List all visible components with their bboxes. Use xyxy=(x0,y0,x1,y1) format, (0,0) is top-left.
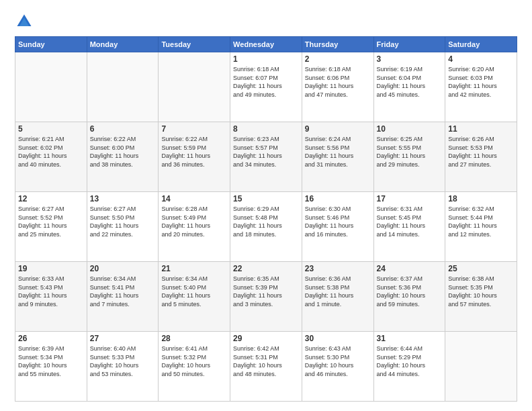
day-info: Sunrise: 6:18 AM Sunset: 6:07 PM Dayligh… xyxy=(233,65,299,99)
calendar-cell: 27Sunrise: 6:40 AM Sunset: 5:33 PM Dayli… xyxy=(87,332,159,402)
day-info: Sunrise: 6:18 AM Sunset: 6:06 PM Dayligh… xyxy=(305,65,371,99)
calendar-cell: 5Sunrise: 6:21 AM Sunset: 6:02 PM Daylig… xyxy=(15,122,87,192)
day-info: Sunrise: 6:25 AM Sunset: 5:55 PM Dayligh… xyxy=(377,135,443,169)
day-number: 2 xyxy=(305,54,371,64)
calendar-cell: 13Sunrise: 6:27 AM Sunset: 5:50 PM Dayli… xyxy=(87,192,159,262)
day-number: 13 xyxy=(90,194,156,203)
calendar-cell: 30Sunrise: 6:43 AM Sunset: 5:30 PM Dayli… xyxy=(302,332,373,402)
day-number: 25 xyxy=(448,264,514,273)
day-info: Sunrise: 6:32 AM Sunset: 5:44 PM Dayligh… xyxy=(448,205,514,238)
day-number: 23 xyxy=(305,264,371,273)
day-number: 14 xyxy=(161,194,227,203)
calendar-cell: 19Sunrise: 6:33 AM Sunset: 5:43 PM Dayli… xyxy=(15,262,87,332)
day-info: Sunrise: 6:42 AM Sunset: 5:31 PM Dayligh… xyxy=(233,345,299,378)
day-number: 18 xyxy=(448,194,514,203)
calendar-cell xyxy=(15,52,87,122)
day-info: Sunrise: 6:27 AM Sunset: 5:50 PM Dayligh… xyxy=(90,205,156,238)
weekday-header-row: SundayMondayTuesdayWednesdayThursdayFrid… xyxy=(15,37,517,52)
calendar-cell: 25Sunrise: 6:38 AM Sunset: 5:35 PM Dayli… xyxy=(445,262,517,332)
day-number: 19 xyxy=(18,264,84,273)
day-info: Sunrise: 6:29 AM Sunset: 5:48 PM Dayligh… xyxy=(233,205,299,238)
logo-icon xyxy=(15,12,34,31)
day-number: 4 xyxy=(448,54,514,64)
calendar-cell: 12Sunrise: 6:27 AM Sunset: 5:52 PM Dayli… xyxy=(15,192,87,262)
calendar-cell: 20Sunrise: 6:34 AM Sunset: 5:41 PM Dayli… xyxy=(87,262,159,332)
day-number: 12 xyxy=(18,194,84,203)
calendar-cell xyxy=(159,52,230,122)
weekday-header-monday: Monday xyxy=(87,37,159,52)
day-info: Sunrise: 6:23 AM Sunset: 5:57 PM Dayligh… xyxy=(233,135,299,169)
day-info: Sunrise: 6:36 AM Sunset: 5:38 PM Dayligh… xyxy=(305,275,371,308)
day-info: Sunrise: 6:34 AM Sunset: 5:40 PM Dayligh… xyxy=(161,275,227,308)
weekday-header-wednesday: Wednesday xyxy=(230,37,302,52)
day-number: 21 xyxy=(161,264,227,273)
day-info: Sunrise: 6:38 AM Sunset: 5:35 PM Dayligh… xyxy=(448,275,514,308)
day-number: 11 xyxy=(448,124,514,134)
day-info: Sunrise: 6:44 AM Sunset: 5:29 PM Dayligh… xyxy=(377,345,443,378)
calendar-table: SundayMondayTuesdayWednesdayThursdayFrid… xyxy=(15,36,517,402)
day-info: Sunrise: 6:41 AM Sunset: 5:32 PM Dayligh… xyxy=(161,345,227,378)
calendar-cell: 14Sunrise: 6:28 AM Sunset: 5:49 PM Dayli… xyxy=(159,192,230,262)
day-info: Sunrise: 6:30 AM Sunset: 5:46 PM Dayligh… xyxy=(305,205,371,238)
day-info: Sunrise: 6:43 AM Sunset: 5:30 PM Dayligh… xyxy=(305,345,371,378)
day-number: 10 xyxy=(377,124,443,134)
weekday-header-tuesday: Tuesday xyxy=(159,37,230,52)
calendar-cell: 29Sunrise: 6:42 AM Sunset: 5:31 PM Dayli… xyxy=(230,332,302,402)
day-info: Sunrise: 6:22 AM Sunset: 5:59 PM Dayligh… xyxy=(161,135,227,169)
week-row-2: 5Sunrise: 6:21 AM Sunset: 6:02 PM Daylig… xyxy=(15,122,517,192)
calendar-cell: 21Sunrise: 6:34 AM Sunset: 5:40 PM Dayli… xyxy=(159,262,230,332)
day-number: 30 xyxy=(305,334,371,343)
day-info: Sunrise: 6:35 AM Sunset: 5:39 PM Dayligh… xyxy=(233,275,299,308)
calendar-cell: 11Sunrise: 6:26 AM Sunset: 5:53 PM Dayli… xyxy=(445,122,517,192)
day-number: 16 xyxy=(305,194,371,203)
calendar-cell xyxy=(445,332,517,402)
calendar-cell xyxy=(87,52,159,122)
calendar-cell: 17Sunrise: 6:31 AM Sunset: 5:45 PM Dayli… xyxy=(373,192,445,262)
calendar-cell: 26Sunrise: 6:39 AM Sunset: 5:34 PM Dayli… xyxy=(15,332,87,402)
day-number: 3 xyxy=(377,54,443,64)
day-info: Sunrise: 6:31 AM Sunset: 5:45 PM Dayligh… xyxy=(377,205,443,238)
week-row-4: 19Sunrise: 6:33 AM Sunset: 5:43 PM Dayli… xyxy=(15,262,517,332)
calendar-cell: 4Sunrise: 6:20 AM Sunset: 6:03 PM Daylig… xyxy=(445,52,517,122)
weekday-header-saturday: Saturday xyxy=(445,37,517,52)
calendar-cell: 16Sunrise: 6:30 AM Sunset: 5:46 PM Dayli… xyxy=(302,192,373,262)
calendar-cell: 7Sunrise: 6:22 AM Sunset: 5:59 PM Daylig… xyxy=(159,122,230,192)
day-number: 26 xyxy=(18,334,84,343)
weekday-header-thursday: Thursday xyxy=(302,37,373,52)
calendar-cell: 9Sunrise: 6:24 AM Sunset: 5:56 PM Daylig… xyxy=(302,122,373,192)
day-info: Sunrise: 6:19 AM Sunset: 6:04 PM Dayligh… xyxy=(377,65,443,99)
day-info: Sunrise: 6:27 AM Sunset: 5:52 PM Dayligh… xyxy=(18,205,84,238)
day-info: Sunrise: 6:28 AM Sunset: 5:49 PM Dayligh… xyxy=(161,205,227,238)
weekday-header-friday: Friday xyxy=(373,37,445,52)
day-info: Sunrise: 6:33 AM Sunset: 5:43 PM Dayligh… xyxy=(18,275,84,308)
calendar-cell: 10Sunrise: 6:25 AM Sunset: 5:55 PM Dayli… xyxy=(373,122,445,192)
day-number: 17 xyxy=(377,194,443,203)
day-number: 24 xyxy=(377,264,443,273)
header xyxy=(15,12,517,31)
day-number: 28 xyxy=(161,334,227,343)
calendar-cell: 6Sunrise: 6:22 AM Sunset: 6:00 PM Daylig… xyxy=(87,122,159,192)
week-row-5: 26Sunrise: 6:39 AM Sunset: 5:34 PM Dayli… xyxy=(15,332,517,402)
calendar-cell: 23Sunrise: 6:36 AM Sunset: 5:38 PM Dayli… xyxy=(302,262,373,332)
calendar-cell: 18Sunrise: 6:32 AM Sunset: 5:44 PM Dayli… xyxy=(445,192,517,262)
calendar-cell: 24Sunrise: 6:37 AM Sunset: 5:36 PM Dayli… xyxy=(373,262,445,332)
calendar-cell: 1Sunrise: 6:18 AM Sunset: 6:07 PM Daylig… xyxy=(230,52,302,122)
day-info: Sunrise: 6:37 AM Sunset: 5:36 PM Dayligh… xyxy=(377,275,443,308)
calendar-cell: 31Sunrise: 6:44 AM Sunset: 5:29 PM Dayli… xyxy=(373,332,445,402)
week-row-1: 1Sunrise: 6:18 AM Sunset: 6:07 PM Daylig… xyxy=(15,52,517,122)
day-number: 5 xyxy=(18,124,84,134)
day-info: Sunrise: 6:26 AM Sunset: 5:53 PM Dayligh… xyxy=(448,135,514,169)
day-info: Sunrise: 6:20 AM Sunset: 6:03 PM Dayligh… xyxy=(448,65,514,99)
calendar-cell: 8Sunrise: 6:23 AM Sunset: 5:57 PM Daylig… xyxy=(230,122,302,192)
day-info: Sunrise: 6:39 AM Sunset: 5:34 PM Dayligh… xyxy=(18,345,84,378)
day-number: 29 xyxy=(233,334,299,343)
calendar-cell: 3Sunrise: 6:19 AM Sunset: 6:04 PM Daylig… xyxy=(373,52,445,122)
day-number: 7 xyxy=(161,124,227,134)
day-number: 1 xyxy=(233,54,299,64)
day-info: Sunrise: 6:21 AM Sunset: 6:02 PM Dayligh… xyxy=(18,135,84,169)
calendar-cell: 28Sunrise: 6:41 AM Sunset: 5:32 PM Dayli… xyxy=(159,332,230,402)
day-info: Sunrise: 6:24 AM Sunset: 5:56 PM Dayligh… xyxy=(305,135,371,169)
page: SundayMondayTuesdayWednesdayThursdayFrid… xyxy=(0,0,532,411)
calendar-cell: 15Sunrise: 6:29 AM Sunset: 5:48 PM Dayli… xyxy=(230,192,302,262)
logo xyxy=(15,12,36,31)
